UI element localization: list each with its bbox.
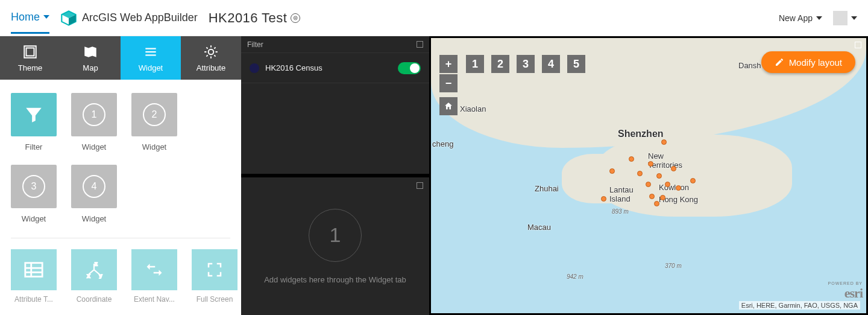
tab-attribute[interactable]: Attribute [181, 36, 241, 80]
separator [11, 238, 230, 238]
home-label: Home [11, 11, 40, 24]
filter-toggle[interactable] [398, 62, 421, 74]
elevation-label: 370 m [665, 262, 682, 269]
svg-rect-4 [27, 48, 34, 56]
maximize-icon[interactable] [417, 41, 423, 48]
modify-layout-button[interactable]: Modify layout [761, 51, 855, 73]
widget-button-3[interactable]: 3 [517, 55, 535, 73]
widget-label: Widget [142, 142, 166, 151]
svg-text:x: x [87, 273, 90, 279]
widget-label: Attribute T... [14, 295, 53, 304]
place-label-macau: Macau [527, 223, 551, 232]
slot-number-icon: 4 [83, 175, 105, 198]
widget-slot-1[interactable]: 1 Widget [71, 93, 117, 151]
placeholder-number-icon: 1 [309, 209, 362, 262]
widget-button-4[interactable]: 4 [542, 55, 560, 73]
widget-label: Full Screen [197, 295, 233, 304]
widget-slot-4[interactable]: 4 Widget [71, 165, 117, 223]
widget-icon [143, 44, 159, 60]
map-container: Shenzhen New Territories Kowloon Hong Ko… [431, 36, 868, 315]
builder-panel: Theme Map Widget Attribute Filter [0, 36, 241, 315]
map[interactable]: Shenzhen New Territories Kowloon Hong Ko… [431, 38, 866, 313]
placeholder-message: Add widgets here through the Widget tab [264, 275, 406, 284]
widget-controller: 1 2 3 4 5 [466, 55, 585, 73]
filter-layer-name: HK2016 Census [265, 63, 322, 72]
widget-coordinate[interactable]: xyz Coordinate [71, 249, 117, 304]
widget-button-1[interactable]: 1 [466, 55, 484, 73]
new-app-label: New App [779, 13, 813, 23]
svg-rect-9 [25, 263, 42, 277]
tab-widget[interactable]: Widget [121, 36, 181, 80]
widget-slot-filter[interactable]: Filter [11, 93, 57, 151]
slot-number-icon: 1 [83, 103, 105, 126]
map-icon [83, 44, 98, 60]
attribute-icon [203, 44, 219, 60]
svg-text:z: z [95, 261, 98, 267]
esri-name: esri [844, 285, 863, 301]
main-area: Theme Map Widget Attribute Filter [0, 36, 868, 315]
wab-logo-icon [60, 10, 77, 27]
home-link[interactable]: Home [11, 11, 49, 34]
fullscreen-icon [204, 261, 225, 279]
panel-title: Filter [247, 40, 263, 49]
tab-label: Widget [139, 63, 163, 72]
widget-extent-nav[interactable]: Extent Nav... [131, 249, 177, 304]
widget-slots: Filter 1 Widget 2 Widget 3 Widget 4 Widg… [11, 93, 230, 223]
widget-slot-3[interactable]: 3 Widget [11, 165, 57, 223]
slot-number-icon: 2 [143, 103, 166, 126]
table-icon [24, 261, 44, 279]
chevron-down-icon [851, 16, 857, 20]
widget-label: Filter [25, 142, 43, 151]
widget-full-screen[interactable]: Full Screen [192, 249, 237, 304]
globe-icon[interactable]: ⊜ [291, 13, 300, 23]
widget-label: Coordinate [77, 295, 112, 304]
new-app-dropdown[interactable]: New App [779, 13, 822, 23]
widget-attribute-table[interactable]: Attribute T... [11, 249, 57, 304]
top-bar: Home ArcGIS Web AppBuilder HK2016 Test ⊜… [0, 0, 868, 36]
map-attribution: Esri, HERE, Garmin, FAO, USGS, NGA [739, 301, 860, 310]
chevron-down-icon [43, 15, 49, 19]
topbar-right: New App [779, 11, 857, 25]
layer-symbol-icon [250, 63, 259, 73]
user-menu[interactable] [833, 11, 857, 25]
place-label-cheng: cheng [432, 139, 453, 148]
filter-row: HK2016 Census [241, 53, 429, 83]
maximize-icon[interactable] [417, 182, 423, 189]
funnel-icon [24, 104, 44, 125]
tab-theme[interactable]: Theme [0, 36, 60, 80]
powered-by-label: POWERED BY [828, 281, 863, 285]
tab-label: Attribute [197, 63, 225, 72]
axes-icon: xyz [84, 261, 104, 279]
zoom-in-button[interactable]: + [439, 55, 458, 73]
svg-text:y: y [99, 273, 102, 279]
widget-placeholder-panel[interactable]: 1 Add widgets here through the Widget ta… [241, 177, 429, 315]
onscreen-widgets: Attribute T... xyz Coordinate Extent Nav… [11, 249, 230, 304]
center-panels: Filter HK2016 Census 1 Add widgets here … [241, 36, 431, 315]
widget-slot-2[interactable]: 2 Widget [131, 93, 177, 151]
extent-icon [144, 261, 165, 279]
landmass [562, 154, 640, 203]
zoom-out-button[interactable]: − [439, 74, 458, 92]
theme-icon [22, 44, 38, 60]
panel-header: Filter [241, 36, 429, 53]
home-extent-button[interactable] [439, 97, 458, 115]
app-title[interactable]: HK2016 Test [209, 10, 287, 26]
widget-button-5[interactable]: 5 [567, 55, 585, 73]
slot-number-icon: 3 [22, 175, 45, 198]
maximize-icon[interactable] [855, 42, 861, 48]
widget-button-2[interactable]: 2 [491, 55, 509, 73]
tab-label: Theme [18, 63, 42, 72]
svg-point-8 [209, 49, 214, 54]
filter-panel: Filter HK2016 Census [241, 36, 429, 174]
widget-label: Widget [82, 214, 106, 223]
builder-tabs: Theme Map Widget Attribute [0, 36, 241, 80]
tab-map[interactable]: Map [60, 36, 121, 80]
chevron-down-icon [816, 16, 822, 20]
avatar-icon [833, 11, 848, 25]
widget-label: Widget [22, 214, 46, 223]
home-icon [444, 101, 453, 111]
tab-label: Map [83, 63, 98, 72]
widget-label: Widget [82, 142, 106, 151]
widget-label: Extent Nav... [134, 295, 175, 304]
place-label-zhuhai: Zhuhai [535, 184, 559, 193]
